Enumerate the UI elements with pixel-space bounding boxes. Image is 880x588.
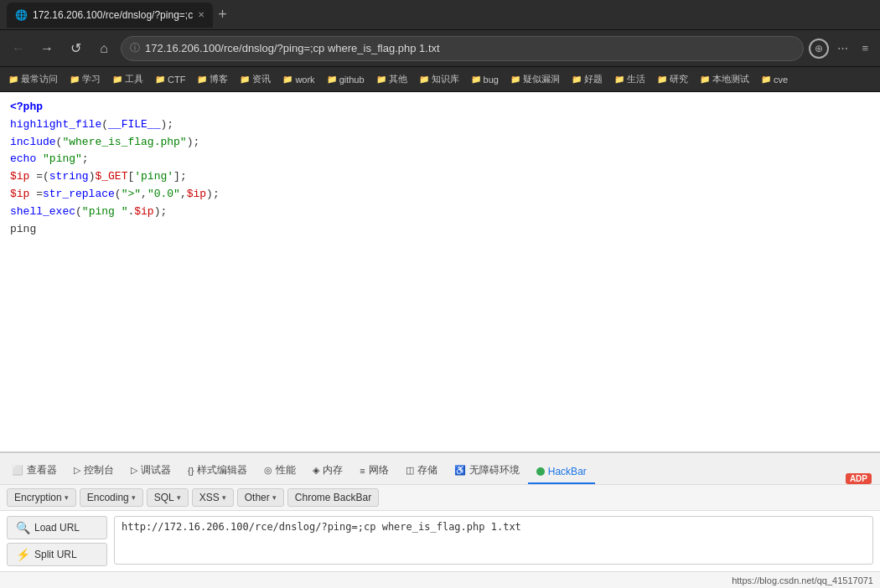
bookmark-qita[interactable]: 📁 其他 <box>371 71 412 87</box>
storage-icon: ◫ <box>406 465 414 476</box>
encoding-label: Encoding <box>87 492 129 503</box>
bookmark-icon: 📁 <box>240 75 250 84</box>
encryption-button[interactable]: Encryption ▾ <box>7 488 76 507</box>
devtools-tab-label: 存储 <box>417 463 437 477</box>
perf-icon: ◎ <box>264 465 272 476</box>
status-url: https://blog.csdn.net/qq_41517071 <box>732 575 873 585</box>
new-tab-button[interactable]: + <box>213 6 232 23</box>
adp-badge: ADP <box>846 473 872 484</box>
bookmark-haoti[interactable]: 📁 好题 <box>567 71 608 87</box>
sql-button[interactable]: SQL ▾ <box>147 488 189 507</box>
bookmark-label: 其他 <box>389 73 407 85</box>
split-url-icon: ⚡ <box>16 548 30 561</box>
bookmark-icon: 📁 <box>282 75 292 84</box>
home-button[interactable]: ⌂ <box>92 37 116 60</box>
bookmark-yanjiu[interactable]: 📁 研究 <box>652 71 693 87</box>
bookmark-icon: 📁 <box>155 75 165 84</box>
url-buttons: 🔍 Load URL ⚡ Split URL <box>7 516 107 566</box>
load-url-button[interactable]: 🔍 Load URL <box>7 516 107 539</box>
bookmark-gongju[interactable]: 📁 工具 <box>107 71 148 87</box>
devtools-tabs: ⬜ 查看器 ▷ 控制台 ▷ 调试器 {} 样式编辑器 ◎ 性能 ◈ 内存 ≡ 网… <box>0 453 880 485</box>
menu-button[interactable]: ≡ <box>857 40 873 56</box>
bookmark-icon: 📁 <box>376 75 386 84</box>
bookmark-icon: 📁 <box>761 75 771 84</box>
devtools-tab-network[interactable]: ≡ 网络 <box>351 458 396 484</box>
devtools-tab-memory[interactable]: ◈ 内存 <box>304 458 351 484</box>
code-line-3: include("where_is_flag.php"); <box>10 134 870 152</box>
load-url-label: Load URL <box>34 522 80 534</box>
encoding-button[interactable]: Encoding ▾ <box>80 488 143 507</box>
bookmark-icon: 📁 <box>112 75 122 84</box>
bookmark-zixun[interactable]: 📁 资讯 <box>235 71 276 87</box>
address-info-icon: ⓘ <box>130 41 140 55</box>
accessibility-icon: ♿ <box>454 465 466 476</box>
bookmark-cve[interactable]: 📁 cve <box>756 73 793 86</box>
bookmark-label: 知识库 <box>432 73 459 85</box>
bookmark-label: 最常访问 <box>21 73 58 85</box>
other-button[interactable]: Other ▾ <box>237 488 284 507</box>
split-url-button[interactable]: ⚡ Split URL <box>7 543 107 566</box>
tab-close-button[interactable]: ✕ <box>198 10 204 19</box>
bookmark-bug[interactable]: 📁 bug <box>466 73 504 86</box>
bookmark-label: 工具 <box>125 73 143 85</box>
encryption-arrow-icon: ▾ <box>65 493 69 502</box>
devtools-tab-style[interactable]: {} 样式编辑器 <box>179 458 256 484</box>
tab-title: 172.16.206.100/rce/dnslog/?ping=;c <box>33 9 193 21</box>
bookmark-label: 研究 <box>670 73 688 85</box>
back-button[interactable]: ← <box>7 37 30 60</box>
devtools-tab-console[interactable]: ▷ 控制台 <box>65 458 122 484</box>
split-url-label: Split URL <box>34 549 77 560</box>
active-tab[interactable]: 🌐 172.16.206.100/rce/dnslog/?ping=;c ✕ <box>7 3 213 28</box>
bookmark-icon: 📁 <box>471 75 481 84</box>
code-display: <?php highlight_file(__FILE__); include(… <box>0 92 880 451</box>
bookmark-ctf[interactable]: 📁 CTF <box>150 73 190 86</box>
bookmark-xuexi[interactable]: 📁 学习 <box>65 71 106 87</box>
devtools-tab-debugger[interactable]: ▷ 调试器 <box>122 458 179 484</box>
devtools-tab-label: 网络 <box>369 463 389 477</box>
bookmark-icon: 📁 <box>327 75 337 84</box>
nav-extras: ⊕ ⋯ ≡ <box>809 39 873 59</box>
inspector-icon: ⬜ <box>12 465 23 476</box>
address-bar[interactable]: ⓘ 172.16.206.100/rce/dnslog/?ping=;cp wh… <box>121 36 804 61</box>
xss-button[interactable]: XSS ▾ <box>192 488 234 507</box>
bookmark-work[interactable]: 📁 work <box>277 73 319 86</box>
devtools-tab-hackbar[interactable]: HackBar <box>528 461 595 484</box>
devtools-tab-label: 性能 <box>276 463 296 477</box>
reload-button[interactable]: ↺ <box>64 37 87 60</box>
code-line-6: $ip =str_replace(">","0.0",$ip); <box>10 186 870 204</box>
bookmark-github[interactable]: 📁 github <box>322 73 370 86</box>
load-url-icon: 🔍 <box>16 521 30 534</box>
extensions-button[interactable]: ⋯ <box>832 40 853 56</box>
devtools-tab-inspector[interactable]: ⬜ 查看器 <box>3 458 65 484</box>
bookmark-yisi[interactable]: 📁 疑似漏洞 <box>505 71 565 87</box>
code-line-5: $ip =(string)$_GET['ping']; <box>10 168 870 186</box>
bookmark-zhishiku[interactable]: 📁 知识库 <box>414 71 464 87</box>
bookmark-boke[interactable]: 📁 博客 <box>192 71 233 87</box>
devtools-tab-perf[interactable]: ◎ 性能 <box>256 458 304 484</box>
bookmark-label: CTF <box>168 75 185 85</box>
bookmark-bendice[interactable]: 📁 本地测试 <box>695 71 754 87</box>
forward-button[interactable]: → <box>35 37 59 60</box>
page-content: <?php highlight_file(__FILE__); include(… <box>0 92 880 451</box>
bookmark-icon: 📁 <box>197 75 207 84</box>
chrome-backbar-label: Chrome BackBar <box>295 492 371 503</box>
bookmark-label: 本地测试 <box>712 73 749 85</box>
bookmark-shenghuo[interactable]: 📁 生活 <box>609 71 650 87</box>
code-line-1: <?php <box>10 99 870 116</box>
address-text: 172.16.206.100/rce/dnslog/?ping=;cp wher… <box>145 42 795 54</box>
bookmarks-bar: 📁 最常访问 📁 学习 📁 工具 📁 CTF 📁 博客 📁 资讯 📁 work … <box>0 67 880 92</box>
chrome-backbar-button[interactable]: Chrome BackBar <box>287 488 379 507</box>
bookmark-zuichang[interactable]: 📁 最常访问 <box>3 71 63 87</box>
encoding-arrow-icon: ▾ <box>132 493 136 502</box>
devtools-tab-label: 控制台 <box>84 463 114 477</box>
devtools-tab-storage[interactable]: ◫ 存储 <box>397 458 446 484</box>
bookmark-icon: 📁 <box>70 75 80 84</box>
browser-titlebar: 🌐 172.16.206.100/rce/dnslog/?ping=;c ✕ + <box>0 0 880 30</box>
devtools-tab-accessibility[interactable]: ♿ 无障碍环境 <box>446 458 528 484</box>
devtools-tab-label: 调试器 <box>141 463 171 477</box>
url-input[interactable]: http://172.16.206.100/rce/dnslog/?ping=;… <box>114 516 873 565</box>
bookmark-icon: 📁 <box>657 75 667 84</box>
debugger-icon: ▷ <box>131 465 137 476</box>
devtools-tab-label: HackBar <box>548 466 587 477</box>
other-label: Other <box>245 492 270 503</box>
